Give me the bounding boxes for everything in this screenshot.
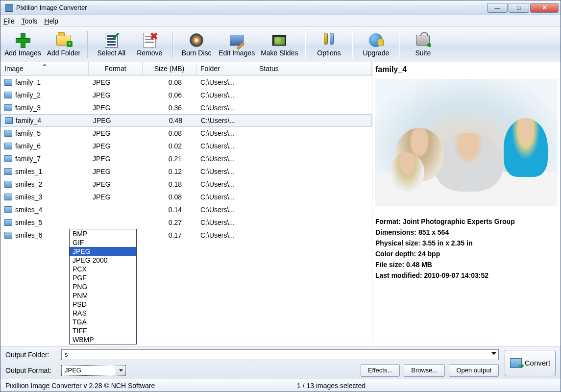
file-name: smiles_1 [15,168,42,175]
table-row[interactable]: family_3JPEG0.36C:\Users\... [0,101,372,114]
browse-button[interactable]: Browse... [404,364,445,377]
image-thumb-icon [4,181,12,188]
table-row[interactable]: family_6JPEG0.02C:\Users\... [0,140,372,152]
remove-button[interactable]: Remove [130,28,169,61]
file-size: 0.08 [143,78,196,86]
file-format: JPEG [89,168,143,175]
convert-button[interactable]: Convert [505,350,556,376]
file-size: 0.48 [143,117,197,124]
add-folder-button[interactable]: Add Folder [44,28,83,61]
effects-button[interactable]: Effects... [361,364,400,377]
table-row[interactable]: smiles_50.27C:\Users\... [0,216,372,229]
col-image[interactable]: Image [0,62,89,75]
format-option[interactable]: PSD [70,300,136,309]
format-option[interactable]: GIF [70,238,136,247]
col-status[interactable]: Status [255,62,372,75]
image-thumb-icon [4,104,12,111]
image-thumb-icon [4,219,12,226]
menu-file[interactable]: File [3,17,15,25]
app-window: Pixillion Image Converter — □ ✕ File Too… [0,0,561,392]
table-row[interactable]: family_2JPEG0.06C:\Users\... [0,89,372,101]
table-row[interactable]: smiles_60.17C:\Users\... [0,229,372,242]
menu-help[interactable]: Help [44,17,58,25]
preview-title: family_4 [375,65,558,74]
file-size: 0.12 [143,168,196,175]
image-thumb-icon [4,130,12,137]
file-name: family_6 [15,142,41,150]
format-option[interactable]: TGA [70,318,136,326]
table-row[interactable]: family_7JPEG0.21C:\Users\... [0,152,372,165]
window-title: Pixillion Image Converter [16,4,486,11]
image-thumb-icon [4,232,12,239]
format-option[interactable]: TIFF [70,326,136,335]
upgrade-button[interactable]: Upgrade [357,28,395,61]
select-all-button[interactable]: Select All [92,28,130,61]
table-row[interactable]: family_4JPEG0.48C:\Users\... [0,114,372,127]
table-row[interactable]: smiles_1JPEG0.12C:\Users\... [0,165,372,178]
format-option[interactable]: PNM [70,291,136,300]
preview-file-size: File size: 0.48 MB [375,259,558,270]
file-format: JPEG [89,78,143,86]
table-row[interactable]: family_1JPEG0.08C:\Users\... [0,76,372,89]
output-folder-field[interactable]: s [61,349,499,360]
file-list: Image Format Size (MB) Folder Status fam… [0,62,372,346]
file-format: JPEG [89,193,143,201]
image-thumb-icon [4,143,12,149]
options-button[interactable]: Options [310,28,348,61]
table-row[interactable]: smiles_2JPEG0.18C:\Users\... [0,178,372,191]
col-size[interactable]: Size (MB) [143,62,196,75]
image-thumb-icon [4,155,12,162]
file-size: 0.02 [143,142,196,150]
open-output-button[interactable]: Open output [449,364,499,377]
plus-icon [16,33,29,47]
preview-color-depth: Color depth: 24 bpp [375,248,558,259]
format-option[interactable]: PGF [70,273,136,282]
menu-tools[interactable]: Tools [22,17,38,25]
maximize-button[interactable]: □ [509,3,529,13]
file-format: JPEG [89,104,143,112]
file-folder: C:\Users\... [196,168,255,175]
file-name: family_2 [15,91,41,99]
column-headers: Image Format Size (MB) Folder Status [0,62,372,76]
burn-disc-button[interactable]: Burn Disc [177,28,216,61]
format-dropdown-popup[interactable]: BMPGIFJPEGJPEG 2000PCXPGFPNGPNMPSDRASTGA… [69,229,137,344]
suite-button[interactable]: Suite [404,28,442,61]
toolbar: Add Images Add Folder Select All Remove … [0,27,561,62]
file-folder: C:\Users\... [197,117,256,124]
table-row[interactable]: smiles_3JPEG0.08C:\Users\... [0,191,372,203]
format-option[interactable]: PCX [70,265,136,273]
format-option[interactable]: JPEG 2000 [70,256,136,265]
edit-icon [230,35,244,46]
col-format[interactable]: Format [89,62,143,75]
file-name: family_5 [15,129,41,137]
format-option[interactable]: RAS [70,309,136,318]
file-name: family_4 [16,117,41,124]
edit-images-button[interactable]: Edit Images [216,28,258,61]
slides-icon [272,35,286,46]
file-format: JPEG [89,180,143,188]
minimize-button[interactable]: — [487,3,508,13]
table-row[interactable]: smiles_40.14C:\Users\... [0,203,372,216]
chevron-down-icon[interactable] [491,352,496,357]
image-thumb-icon [4,92,12,98]
image-thumb-icon [4,194,12,200]
file-folder: C:\Users\... [196,78,255,86]
close-button[interactable]: ✕ [530,3,559,13]
make-slides-button[interactable]: Make Slides [258,28,301,61]
col-folder[interactable]: Folder [196,62,255,75]
menubar: File Tools Help [0,15,561,27]
output-format-select[interactable]: JPEG [61,365,126,376]
file-name: family_7 [15,155,41,163]
add-images-button[interactable]: Add Images [1,28,44,61]
suite-icon [416,35,430,46]
format-option[interactable]: JPEG [70,247,136,256]
file-format: JPEG [89,142,143,150]
format-option[interactable]: WBMP [70,335,136,344]
preview-last-modified: Last modified: 2010-09-07 14:03:52 [375,270,558,281]
table-row[interactable]: family_5JPEG0.08C:\Users\... [0,127,372,140]
file-size: 0.08 [143,129,196,137]
main-area: Image Format Size (MB) Folder Status fam… [0,62,561,346]
chevron-down-icon[interactable] [116,366,125,375]
format-option[interactable]: BMP [70,229,136,238]
format-option[interactable]: PNG [70,282,136,291]
